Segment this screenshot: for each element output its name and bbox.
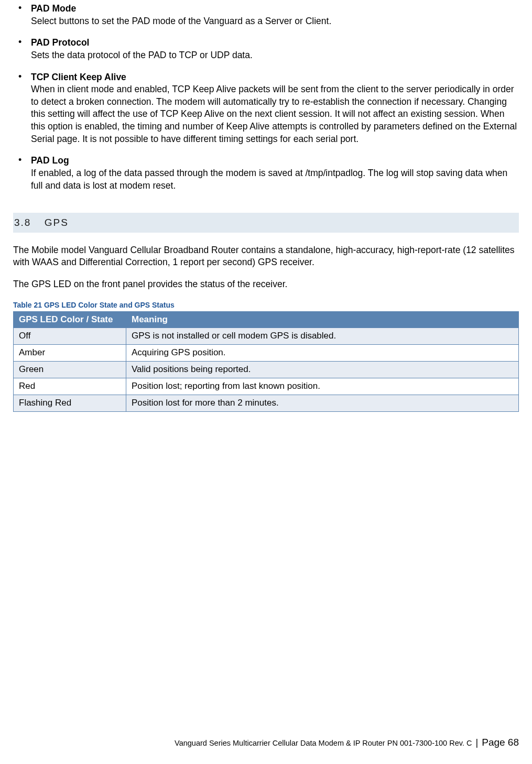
table-cell: Flashing Red xyxy=(14,395,126,412)
table-row: Red Position lost; reporting from last k… xyxy=(14,378,519,395)
table-cell: Acquiring GPS position. xyxy=(126,345,519,362)
definition-term: PAD Log xyxy=(31,155,519,167)
section-number: 3.8 xyxy=(13,217,40,228)
definition-desc: Sets the data protocol of the PAD to TCP… xyxy=(31,49,519,62)
page-footer: Vanguard Series Multicarrier Cellular Da… xyxy=(175,736,519,749)
table-header-cell: Meaning xyxy=(126,311,519,328)
definition-desc: Select buttons to set the PAD mode of th… xyxy=(31,15,519,28)
section-title: GPS xyxy=(45,217,69,228)
definition-desc: If enabled, a log of the data passed thr… xyxy=(31,167,519,192)
table-header-cell: GPS LED Color / State xyxy=(14,311,126,328)
gps-led-table: GPS LED Color / State Meaning Off GPS is… xyxy=(13,311,519,412)
definition-desc: When in client mode and enabled, TCP Kee… xyxy=(31,83,519,145)
definition-term: TCP Client Keep Alive xyxy=(31,71,519,84)
table-row: Off GPS is not installed or cell modem G… xyxy=(14,328,519,345)
body-paragraph: The GPS LED on the front panel provides … xyxy=(13,278,519,291)
table-caption: Table 21 GPS LED Color State and GPS Sta… xyxy=(13,300,519,310)
footer-divider: | xyxy=(474,737,480,748)
definition-list: PAD Mode Select buttons to set the PAD m… xyxy=(13,3,519,192)
table-cell: Red xyxy=(14,378,126,395)
definition-term: PAD Protocol xyxy=(31,37,519,49)
body-paragraph: The Mobile model Vanguard Cellular Broad… xyxy=(13,244,519,269)
table-cell: Position lost; reporting from last known… xyxy=(126,378,519,395)
table-cell: Amber xyxy=(14,345,126,362)
definition-item: PAD Log If enabled, a log of the data pa… xyxy=(13,155,519,192)
table-row: Amber Acquiring GPS position. xyxy=(14,345,519,362)
table-row: Flashing Red Position lost for more than… xyxy=(14,395,519,412)
table-cell: GPS is not installed or cell modem GPS i… xyxy=(126,328,519,345)
footer-doc-id: Vanguard Series Multicarrier Cellular Da… xyxy=(175,739,472,747)
section-header: 3.8 GPS xyxy=(13,213,519,233)
table-cell: Off xyxy=(14,328,126,345)
definition-term: PAD Mode xyxy=(31,3,519,15)
definition-item: PAD Protocol Sets the data protocol of t… xyxy=(13,37,519,61)
definition-item: PAD Mode Select buttons to set the PAD m… xyxy=(13,3,519,27)
table-cell: Valid positions being reported. xyxy=(126,362,519,378)
footer-page-number: Page 68 xyxy=(482,737,519,748)
definition-item: TCP Client Keep Alive When in client mod… xyxy=(13,71,519,146)
table-row: Green Valid positions being reported. xyxy=(14,362,519,378)
table-cell: Green xyxy=(14,362,126,378)
table-cell: Position lost for more than 2 minutes. xyxy=(126,395,519,412)
